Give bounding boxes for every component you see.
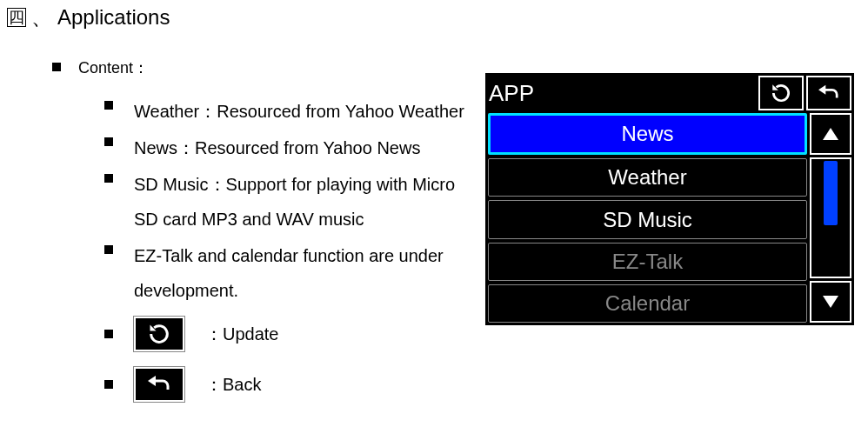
triangle-down-icon	[822, 295, 839, 309]
refresh-button[interactable]	[758, 76, 804, 110]
triangle-up-icon	[822, 127, 839, 141]
item-text: News：Resourced from Yahoo News	[134, 130, 420, 165]
icon-label: ：Back	[205, 373, 261, 397]
scroll-down-button[interactable]	[810, 281, 851, 323]
menu-list: News Weather SD Music EZ-Talk Calendar	[488, 113, 807, 323]
scrollbar-track[interactable]	[810, 157, 851, 278]
menu-label: SD Music	[603, 208, 692, 232]
scrollbar-thumb[interactable]	[824, 161, 838, 225]
menu-label: Weather	[608, 165, 686, 190]
device-header: APP	[485, 73, 854, 113]
device-screenshot: APP News Weather SD Music EZ-Talk Calend…	[485, 73, 854, 325]
refresh-icon	[770, 82, 792, 104]
bullet	[104, 174, 113, 183]
section-title-text: Applications	[57, 5, 170, 30]
section-sep: 、	[31, 3, 52, 31]
refresh-icon	[134, 317, 184, 351]
menu-label: News	[621, 122, 673, 146]
scroll-up-button[interactable]	[810, 113, 851, 155]
menu-item-sdmusic[interactable]: SD Music	[488, 200, 807, 238]
item-text: EZ-Talk and calendar function are under …	[134, 238, 464, 308]
menu-item-eztalk[interactable]: EZ-Talk	[488, 243, 807, 281]
item-text: SD Music：Support for playing with Micro …	[134, 167, 464, 237]
menu-label: EZ-Talk	[612, 250, 683, 274]
menu-label: Calendar	[605, 291, 690, 316]
back-button[interactable]	[806, 76, 851, 110]
bullet	[104, 330, 113, 338]
icon-label: ：Update	[205, 323, 279, 346]
menu-item-calendar[interactable]: Calendar	[488, 284, 807, 323]
menu-item-news[interactable]: News	[488, 113, 807, 155]
back-icon	[134, 367, 184, 402]
bullet	[52, 63, 61, 71]
item-text: Weather：Resourced from Yahoo Weather	[134, 94, 464, 129]
menu-item-weather[interactable]: Weather	[488, 158, 807, 197]
list-item: ：Back	[104, 367, 868, 402]
section-heading: 四 四 、 Applications	[7, 3, 868, 31]
app-title: APP	[489, 80, 758, 107]
bullet	[104, 245, 113, 254]
bullet	[104, 137, 113, 146]
back-icon	[816, 83, 842, 103]
section-number-box: 四	[7, 8, 26, 27]
bullet	[104, 101, 113, 110]
bullet	[104, 380, 113, 389]
content-label: Content：	[78, 57, 149, 78]
